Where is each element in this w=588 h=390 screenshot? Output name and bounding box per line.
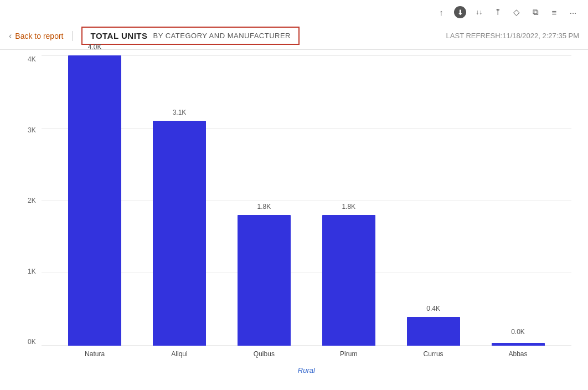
chevron-left-icon: ‹ — [9, 31, 12, 41]
bar-label-abbas: 0.0K — [511, 328, 525, 336]
pin-icon[interactable]: ◇ — [510, 6, 523, 18]
x-label-aliqui-text: Aliqui — [171, 350, 187, 358]
x-label-quibus: Quibus — [231, 350, 297, 358]
x-label-aliqui: Aliqui — [146, 350, 213, 358]
bar-label-currus: 0.4K — [426, 305, 440, 312]
bar-group-quibus: 1.8K — [231, 55, 297, 346]
bar-aliqui[interactable] — [153, 121, 206, 346]
bar-group-aliqui: 3.1K — [146, 55, 213, 346]
y-label-1k: 1K — [28, 268, 36, 275]
y-label-3k: 3K — [28, 126, 36, 134]
x-label-pirum: Pirum — [316, 350, 382, 358]
y-label-4k: 4K — [28, 55, 36, 63]
download-icon[interactable]: ⬇ — [454, 6, 466, 18]
bar-pirum[interactable] — [322, 215, 375, 346]
bar-group-pirum: 1.8K — [316, 55, 382, 346]
sort-asc-icon[interactable]: ↑ — [435, 6, 447, 18]
x-label-currus-text: Currus — [424, 350, 443, 358]
x-label-natura-text: Natura — [85, 350, 105, 358]
x-label-natura: Natura — [61, 350, 128, 358]
toolbar: ↑ ⬇ ↓↓ ⤒ ◇ ⧉ ≡ ··· — [0, 0, 588, 22]
chart-area: 4K 3K 2K 1K 0K 4.0K 3.1K — [0, 50, 588, 390]
rural-label: Rural — [298, 366, 315, 374]
y-label-0k: 0K — [28, 338, 36, 346]
bar-label-aliqui: 3.1K — [173, 109, 187, 116]
bar-group-natura: 4.0K — [61, 55, 128, 346]
x-label-abbas: Abbas — [485, 350, 551, 358]
subtitle-label: BY CATEGORY AND MANUFACTURER — [153, 32, 291, 40]
filter-icon[interactable]: ≡ — [548, 6, 560, 18]
bar-natura[interactable] — [68, 55, 121, 346]
more-icon[interactable]: ··· — [567, 6, 579, 18]
last-refresh-label: LAST REFRESH:11/18/2022, 2:27:35 PM — [446, 32, 579, 40]
sort-desc-icon[interactable]: ↓↓ — [473, 6, 485, 18]
total-units-label: TOTAL UNITS — [90, 31, 147, 40]
bar-label-quibus: 1.8K — [257, 203, 271, 211]
back-to-report-link[interactable]: ‹ Back to report — [9, 31, 73, 41]
bar-label-natura: 4.0K — [88, 43, 102, 51]
x-label-abbas-text: Abbas — [508, 350, 527, 358]
bar-label-pirum: 1.8K — [342, 203, 355, 211]
bookmark-icon[interactable]: ⤒ — [492, 6, 504, 18]
x-label-currus: Currus — [400, 350, 467, 358]
x-label-quibus-text: Quibus — [254, 350, 275, 358]
y-axis: 4K 3K 2K 1K 0K — [28, 55, 42, 379]
bar-group-abbas: 0.0K — [485, 55, 551, 346]
bar-currus[interactable] — [407, 317, 460, 346]
chart-inner: 4.0K 3.1K 1.8K 1.8K 0.4K — [42, 55, 571, 379]
title-box: TOTAL UNITS BY CATEGORY AND MANUFACTURER — [81, 27, 300, 45]
bars-container: 4.0K 3.1K 1.8K 1.8K 0.4K — [42, 55, 571, 346]
back-label: Back to report — [15, 32, 63, 40]
bar-quibus[interactable] — [238, 215, 291, 346]
y-label-2k: 2K — [28, 197, 36, 204]
copy-icon[interactable]: ⧉ — [529, 6, 541, 18]
bar-group-currus: 0.4K — [400, 55, 467, 346]
x-label-pirum-text: Pirum — [340, 350, 357, 358]
